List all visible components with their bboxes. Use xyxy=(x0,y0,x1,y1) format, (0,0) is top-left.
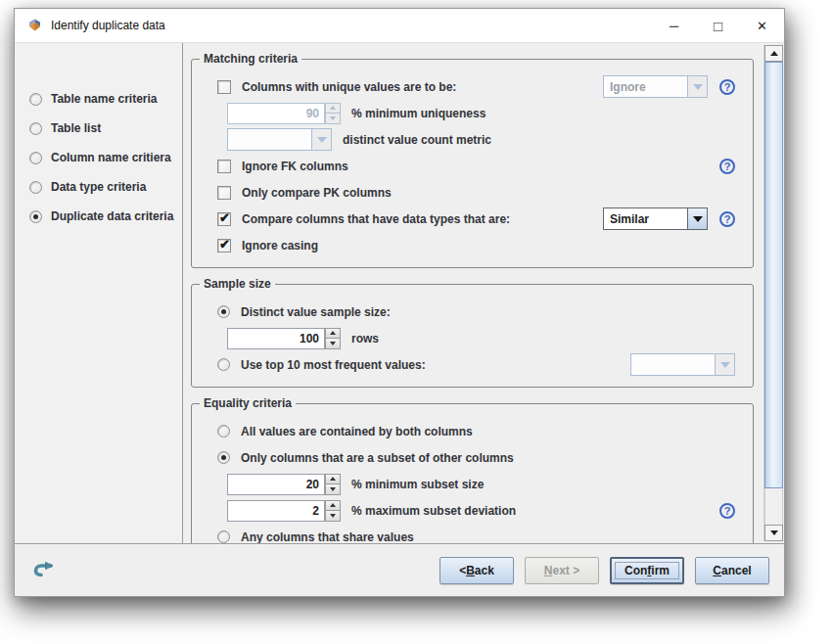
matching-criteria-group: Matching criteria ✔ Columns with unique … xyxy=(191,59,754,268)
triangle-up-icon xyxy=(330,477,336,481)
triangle-down-icon xyxy=(770,530,778,535)
sidebar-item-duplicate-data-criteria[interactable]: Duplicate data criteria xyxy=(15,202,182,231)
combo-value xyxy=(630,353,715,376)
dialog-window: Identify duplicate data ─ □ ✕ Table name… xyxy=(14,8,785,597)
dialog-body: Table name criteria Table list Column na… xyxy=(15,42,784,543)
title-bar[interactable]: Identify duplicate data ─ □ ✕ xyxy=(15,9,784,42)
unique-values-checkbox[interactable]: ✔ xyxy=(217,80,231,94)
label-part: irm xyxy=(651,564,670,577)
scrollbar-thumb[interactable] xyxy=(764,62,783,488)
chevron-down-icon xyxy=(693,84,703,90)
dialog-buttons: < Back Next > Confirm Cancel xyxy=(440,557,769,584)
window-title: Identify duplicate data xyxy=(51,19,165,32)
min-uniqueness-spinner: 90 xyxy=(227,103,341,124)
distinct-metric-combo xyxy=(227,128,332,151)
ignore-fk-checkbox[interactable]: ✔ xyxy=(217,160,231,173)
sidebar-item-column-name-criteria[interactable]: Column name critiera xyxy=(15,143,182,172)
spinner-up-button[interactable] xyxy=(325,500,341,512)
ignore-casing-checkbox[interactable]: ✔ xyxy=(217,239,231,253)
max-deviation-spinner[interactable]: 2 xyxy=(227,500,341,522)
only-pk-checkbox[interactable]: ✔ xyxy=(217,186,231,200)
sidebar-item-label: Duplicate data criteria xyxy=(51,209,173,223)
ignore-fk-label: Ignore FK columns xyxy=(242,160,348,173)
max-deviation-row: 2 % maximum subset deviation ? xyxy=(217,497,737,524)
scroll-down-button[interactable] xyxy=(764,525,783,541)
maximize-button[interactable]: □ xyxy=(696,9,740,42)
spinner-value[interactable]: 20 xyxy=(227,474,325,495)
scroll-up-button[interactable] xyxy=(764,45,783,62)
ignore-casing-label: Ignore casing xyxy=(242,239,318,253)
sample-rows-spinner[interactable]: 100 xyxy=(227,328,341,349)
radio-icon xyxy=(29,93,42,106)
chevron-down-icon xyxy=(720,362,730,368)
ignore-fk-row: ✔ Ignore FK columns ? xyxy=(217,153,737,179)
spinner-down-button[interactable] xyxy=(325,484,341,495)
compare-types-row: ✔ Compare columns that have data types t… xyxy=(217,206,737,232)
label-part: Con xyxy=(625,564,647,577)
combo-value xyxy=(227,128,311,151)
vertical-scrollbar[interactable] xyxy=(764,45,783,541)
combo-arrow-button xyxy=(311,128,332,151)
subset-row: Only columns that are a subset of other … xyxy=(217,444,737,471)
spinner-value[interactable]: 100 xyxy=(227,328,325,349)
spinner-up-button[interactable] xyxy=(325,474,341,485)
sidebar-item-table-name-criteria[interactable]: Table name criteria xyxy=(15,84,182,114)
top-frequent-radio[interactable] xyxy=(217,358,230,371)
radio-icon xyxy=(29,181,42,194)
minimize-button[interactable]: ─ xyxy=(652,9,696,42)
top-frequent-combo xyxy=(630,353,735,376)
only-pk-row: ✔ Only compare PK columns xyxy=(217,179,737,206)
sidebar-item-label: Data type criteria xyxy=(51,180,146,194)
ignore-casing-row: ✔ Ignore casing xyxy=(217,232,737,258)
triangle-down-icon xyxy=(330,116,336,120)
desktop: Identify duplicate data ─ □ ✕ Table name… xyxy=(0,0,833,644)
help-icon[interactable]: ? xyxy=(719,159,735,174)
sidebar-item-label: Table list xyxy=(51,121,101,135)
min-uniqueness-row: 90 % minimum uniqueness xyxy=(217,100,737,126)
unique-values-label: Columns with unique values are to be: xyxy=(242,80,456,94)
combo-arrow-button[interactable] xyxy=(687,207,708,230)
spinner-down-button[interactable] xyxy=(325,511,341,522)
cancel-button[interactable]: Cancel xyxy=(695,557,769,584)
distinct-sample-radio[interactable] xyxy=(217,305,230,318)
scrollbar-track[interactable] xyxy=(764,488,783,525)
all-values-row: All values are contained by both columns xyxy=(217,418,737,444)
sidebar-item-table-list[interactable]: Table list xyxy=(15,114,182,143)
help-icon[interactable]: ? xyxy=(719,211,735,227)
help-icon[interactable]: ? xyxy=(719,79,735,95)
min-subset-row: 20 % minimum subset size xyxy=(217,471,737,497)
reset-options-button[interactable] xyxy=(28,557,58,584)
next-button[interactable]: Next > xyxy=(525,557,599,584)
distinct-metric-label: distinct value count metric xyxy=(343,133,491,147)
unique-values-combo: Ignore xyxy=(603,75,708,98)
sample-size-group: Sample size Distinct value sample size: … xyxy=(191,284,754,388)
spinner-value[interactable]: 2 xyxy=(227,500,325,522)
top-frequent-label: Use top 10 most frequent values: xyxy=(241,358,426,372)
compare-types-checkbox[interactable]: ✔ xyxy=(217,212,231,226)
back-button[interactable]: < Back xyxy=(440,557,514,584)
confirm-button[interactable]: Confirm xyxy=(610,557,684,584)
distinct-sample-label: Distinct value sample size: xyxy=(241,305,391,319)
group-title: Equality criteria xyxy=(200,396,296,410)
min-uniqueness-label: % minimum uniqueness xyxy=(351,107,486,120)
share-values-row: Any columns that share values xyxy=(217,524,737,543)
radio-icon xyxy=(29,152,42,164)
share-values-radio[interactable] xyxy=(217,530,230,543)
max-deviation-label: % maximum subset deviation xyxy=(351,504,516,518)
spinner-up-button[interactable] xyxy=(325,328,341,340)
label-mnemonic: N xyxy=(544,564,553,577)
criteria-panel: Matching criteria ✔ Columns with unique … xyxy=(183,43,764,543)
min-subset-spinner[interactable]: 20 xyxy=(227,474,341,495)
check-icon: ✔ xyxy=(219,237,230,252)
data-types-combo[interactable]: Similar xyxy=(603,207,708,230)
close-button[interactable]: ✕ xyxy=(740,9,784,42)
all-values-radio[interactable] xyxy=(217,425,230,437)
label-part: ext > xyxy=(552,564,579,577)
check-icon: ✔ xyxy=(219,210,230,225)
help-icon[interactable]: ? xyxy=(719,503,735,519)
sidebar-item-data-type-criteria[interactable]: Data type criteria xyxy=(15,172,182,202)
rows-label: rows xyxy=(351,332,379,345)
reset-arrow-icon xyxy=(32,562,54,578)
spinner-down-button[interactable] xyxy=(325,339,341,349)
subset-radio[interactable] xyxy=(217,451,230,464)
